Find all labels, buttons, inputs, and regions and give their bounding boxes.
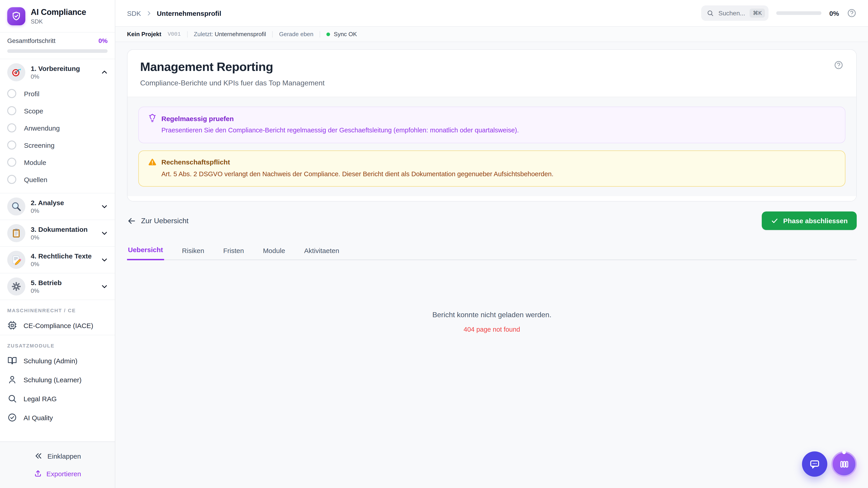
phase-betrieb-header[interactable]: 5. Betrieb 0% xyxy=(7,278,108,295)
card-help-icon[interactable] xyxy=(834,60,844,70)
lightbulb-icon xyxy=(148,114,157,123)
divider xyxy=(320,31,320,37)
overall-progress: Gesamtfortschritt 0% xyxy=(0,32,115,59)
app-subtitle: SDK xyxy=(31,18,86,25)
check-icon xyxy=(771,217,779,225)
chip-icon xyxy=(7,320,17,330)
phase-betrieb: 5. Betrieb 0% xyxy=(0,273,115,300)
sidebar-item-schulung-learner[interactable]: Schulung (Learner) xyxy=(0,370,115,389)
tab-risiken[interactable]: Risiken xyxy=(181,241,205,260)
sidebar-item-label: AI Quality xyxy=(24,414,53,421)
sidebar-step-module[interactable]: Module xyxy=(7,154,108,171)
empty-state-message: Bericht konnte nicht geladen werden. xyxy=(432,311,552,319)
phase-dokumentation-header[interactable]: 3. Dokumentation 0% xyxy=(7,224,108,242)
app-title: AI Compliance xyxy=(31,8,86,17)
warning-triangle-icon xyxy=(148,158,157,166)
tab-uebersicht[interactable]: Uebersicht xyxy=(127,241,164,260)
last-sync-time: Gerade eben xyxy=(279,31,313,37)
sidebar-step-anwendung[interactable]: Anwendung xyxy=(7,119,108,136)
report-card: Management Reporting Compliance-Berichte… xyxy=(127,49,857,201)
breadcrumb-root[interactable]: SDK xyxy=(127,9,141,17)
floating-buttons xyxy=(802,451,857,477)
back-to-overview-link[interactable]: Zur Uebersicht xyxy=(127,215,188,227)
chevron-down-icon xyxy=(100,256,108,264)
phase-label: 2. Analyse xyxy=(31,199,95,206)
magnifier-icon xyxy=(7,197,25,216)
empty-state: Bericht konnte nicht geladen werden. 404… xyxy=(127,311,857,333)
chat-fab-button[interactable] xyxy=(802,451,827,477)
phase-rechtliche-texte: 4. Rechtliche Texte 0% xyxy=(0,246,115,273)
chevron-down-icon xyxy=(100,202,108,210)
step-circle-icon xyxy=(7,123,16,132)
sidebar-footer: Einklappen Exportieren xyxy=(0,442,115,488)
phase-percent: 0% xyxy=(31,287,95,294)
tip-callout: Regelmaessig pruefen Praesentieren Sie d… xyxy=(138,107,845,143)
phase-vorbereitung-header[interactable]: 1. Vorbereitung 0% xyxy=(7,63,108,81)
tab-fristen[interactable]: Fristen xyxy=(222,241,245,260)
version-badge: V001 xyxy=(168,31,181,37)
search-input[interactable]: Suchen... ⌘K xyxy=(701,5,769,21)
section-header-maschinenrecht: MASCHINENRECHT / CE xyxy=(0,300,115,316)
phase-percent: 0% xyxy=(31,261,95,267)
chat-bubble-icon xyxy=(809,458,820,470)
gear-icon xyxy=(7,278,25,295)
phase-label: 1. Vorbereitung xyxy=(31,65,95,72)
phase-label: 3. Dokumentation xyxy=(31,225,95,233)
sidebar-item-label: Legal RAG xyxy=(24,395,57,402)
phase-analyse-header[interactable]: 2. Analyse 0% xyxy=(7,197,108,216)
tab-aktivitaeten[interactable]: Aktivitaeten xyxy=(303,241,340,260)
sidebar-item-ai-quality[interactable]: AI Quality xyxy=(0,408,115,427)
app-root: AI Compliance SDK Gesamtfortschritt 0% xyxy=(0,0,868,488)
status-bar: Kein Projekt V001 Zuletzt: Unternehmensp… xyxy=(115,27,868,42)
phase-percent: 0% xyxy=(31,73,95,80)
sidebar-item-label: Schulung (Admin) xyxy=(24,357,77,364)
sidebar-step-quellen[interactable]: Quellen xyxy=(7,171,108,188)
collapse-sidebar-button[interactable]: Einklappen xyxy=(29,448,86,464)
notification-dot xyxy=(842,451,846,454)
step-circle-icon xyxy=(7,140,16,150)
empty-state-error: 404 page not found xyxy=(464,326,520,333)
page-content: Management Reporting Compliance-Berichte… xyxy=(115,42,868,488)
complete-phase-button[interactable]: Phase abschliessen xyxy=(762,212,857,230)
sidebar-item-legal-rag[interactable]: Legal RAG xyxy=(0,389,115,408)
sidebar-step-scope[interactable]: Scope xyxy=(7,102,108,119)
sidebar-item-schulung-admin[interactable]: Schulung (Admin) xyxy=(0,351,115,370)
tab-bar: Uebersicht Risiken Fristen Module Aktivi… xyxy=(127,241,857,260)
header-progress-value: 0% xyxy=(829,9,839,17)
upload-icon xyxy=(34,469,42,478)
warning-text: Art. 5 Abs. 2 DSGVO verlangt den Nachwei… xyxy=(148,170,836,178)
phase-vorbereitung: 1. Vorbereitung 0% Profil Scope Anwendun… xyxy=(0,59,115,193)
chevron-right-icon xyxy=(146,10,152,17)
step-circle-icon xyxy=(7,158,16,167)
sidebar-step-profil[interactable]: Profil xyxy=(7,85,108,102)
shield-check-icon xyxy=(11,11,22,22)
book-open-icon xyxy=(7,356,17,365)
section-header-zusatzmodule: ZUSATZMODULE xyxy=(0,335,115,351)
overall-progress-label: Gesamtfortschritt xyxy=(7,37,55,44)
user-icon xyxy=(7,375,17,385)
warning-callout: Rechenschaftspflicht Art. 5 Abs. 2 DSGVO… xyxy=(138,150,845,187)
sync-status: Sync OK xyxy=(327,31,357,37)
help-icon[interactable] xyxy=(847,8,857,18)
search-icon xyxy=(707,9,714,17)
walkthrough-fab-button[interactable] xyxy=(831,451,857,477)
phase-rechtliche-texte-header[interactable]: 4. Rechtliche Texte 0% xyxy=(7,251,108,269)
sync-ok-dot xyxy=(327,32,330,36)
page-title: Management Reporting xyxy=(140,60,324,74)
top-header: SDK Unternehmensprofil Suchen... ⌘K 0% xyxy=(115,0,868,27)
sidebar-item-ce-compliance[interactable]: CE-Compliance (IACE) xyxy=(0,316,115,335)
breadcrumb-current: Unternehmensprofil xyxy=(157,9,221,17)
page-subtitle: Compliance-Berichte und KPIs fuer das To… xyxy=(140,79,324,87)
sidebar-item-label: Schulung (Learner) xyxy=(24,376,82,383)
phase-label: 5. Betrieb xyxy=(31,279,95,287)
tab-module[interactable]: Module xyxy=(262,241,286,260)
sidebar-step-screening[interactable]: Screening xyxy=(7,136,108,154)
phase-percent: 0% xyxy=(31,234,95,241)
main-area: SDK Unternehmensprofil Suchen... ⌘K 0% xyxy=(115,0,868,488)
check-circle-icon xyxy=(7,413,17,422)
phase-dokumentation: 3. Dokumentation 0% xyxy=(0,220,115,246)
export-button[interactable]: Exportieren xyxy=(29,466,86,481)
divider xyxy=(272,31,273,37)
divider xyxy=(187,31,187,37)
breadcrumb: SDK Unternehmensprofil xyxy=(127,9,221,17)
